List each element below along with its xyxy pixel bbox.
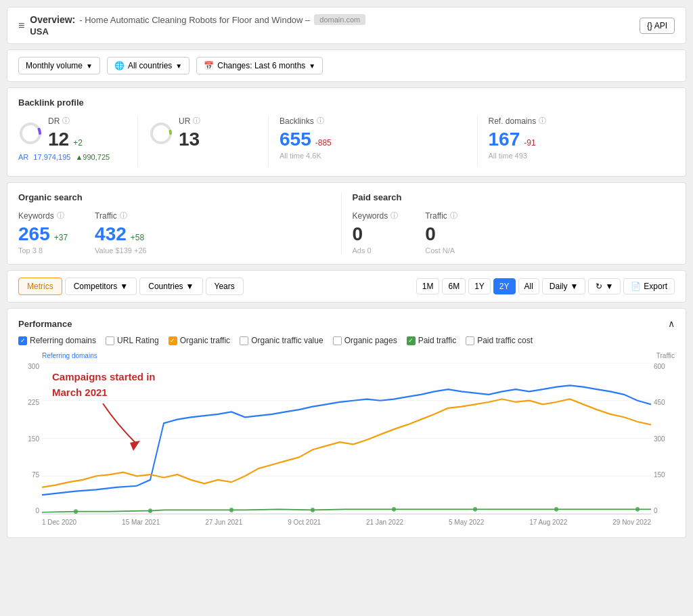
checkbox-paid-traffic-cost-cb <box>466 336 474 345</box>
paid-keywords-info-icon[interactable]: ⓘ <box>390 211 398 221</box>
all-countries-button[interactable]: 🌐 All countries ▼ <box>107 57 189 74</box>
performance-chart: Referring domains Traffic 300 225 150 75… <box>18 352 675 528</box>
divider <box>137 116 138 167</box>
chevron-down-icon: ▼ <box>175 62 182 70</box>
y-right-axis: 600 450 300 150 0 <box>651 363 675 514</box>
dr-card: DR ⓘ 12 +2 AR 17,974,195 ▲990,725 <box>18 116 127 167</box>
chevron-down-icon: ▼ <box>86 62 93 70</box>
checkbox-paid-traffic-cb: ✓ <box>407 336 416 345</box>
checkbox-url-rating-cb <box>106 336 114 345</box>
svg-point-9 <box>74 509 78 514</box>
svg-point-10 <box>148 508 152 513</box>
header: ≡ Overview: - Home Automatic Cleaning Ro… <box>7 7 686 44</box>
paid-traffic-metric: Traffic ⓘ 0 Cost N/A <box>425 211 457 255</box>
checkbox-organic-pages-cb <box>333 336 342 345</box>
checkbox-organic-traffic-value-cb <box>240 336 248 345</box>
header-keyword: - Home Automatic Cleaning Robots for Flo… <box>79 15 310 25</box>
paid-keywords-sub: Ads 0 <box>353 246 399 255</box>
export-button[interactable]: 📄 Export <box>623 278 675 294</box>
organic-keywords-info-icon[interactable]: ⓘ <box>57 211 64 221</box>
organic-keywords-metric: Keywords ⓘ 265 +37 Top 3 8 <box>18 211 68 255</box>
time-1y-button[interactable]: 1Y <box>468 278 491 294</box>
paid-traffic-info-icon[interactable]: ⓘ <box>450 211 457 221</box>
y-left-axis-label: Referring domains <box>42 352 97 359</box>
chevron-down-icon: ▼ <box>605 282 613 291</box>
dr-value: 12 <box>48 129 69 150</box>
globe-icon: 🌐 <box>114 61 125 70</box>
checkbox-organic-traffic[interactable]: ✓ Organic traffic <box>169 336 230 345</box>
refresh-icon: ↻ <box>596 282 602 291</box>
organic-traffic-sub: Value $139 +26 <box>95 246 147 255</box>
time-1m-button[interactable]: 1M <box>416 278 440 294</box>
organic-traffic-value: 432 <box>95 223 127 245</box>
checkbox-organic-pages[interactable]: Organic pages <box>333 336 397 345</box>
ur-info-icon[interactable]: ⓘ <box>193 116 200 126</box>
dr-change: +2 <box>73 138 83 148</box>
chevron-down-icon: ▼ <box>186 282 194 291</box>
paid-keywords-metric: Keywords ⓘ 0 Ads 0 <box>353 211 399 255</box>
performance-title: Performance <box>18 319 72 329</box>
divider <box>477 116 478 167</box>
svg-point-0 <box>21 124 40 143</box>
ref-domains-info-icon[interactable]: ⓘ <box>539 116 546 126</box>
paid-keywords-label: Keywords <box>353 211 388 221</box>
toolbar: Monthly volume ▼ 🌐 All countries ▼ 📅 Cha… <box>7 49 686 82</box>
export-icon: 📄 <box>631 282 641 291</box>
collapse-icon[interactable]: ∧ <box>668 318 675 329</box>
backlink-profile-title: Backlink profile <box>18 97 675 108</box>
checkbox-organic-traffic-value[interactable]: Organic traffic value <box>240 336 323 345</box>
svg-marker-17 <box>130 441 140 451</box>
paid-traffic-value: 0 <box>425 223 436 245</box>
time-controls: 1M 6M 1Y 2Y All Daily ▼ ↻ ▼ 📄 Export <box>416 278 675 294</box>
svg-point-14 <box>473 507 477 512</box>
paid-traffic-label: Traffic <box>425 211 447 221</box>
checkbox-paid-traffic[interactable]: ✓ Paid traffic <box>407 336 456 345</box>
backlinks-info-icon[interactable]: ⓘ <box>317 116 324 126</box>
y-right-axis-label: Traffic <box>634 352 675 359</box>
paid-search-col: Paid search Keywords ⓘ 0 Ads 0 <box>341 192 675 255</box>
ur-label: UR <box>179 116 190 126</box>
organic-traffic-metric: Traffic ⓘ 432 +58 Value $139 +26 <box>95 211 147 255</box>
refresh-button[interactable]: ↻ ▼ <box>588 278 621 294</box>
checkbox-referring-domains[interactable]: ✓ Referring domains <box>18 336 96 345</box>
api-button[interactable]: {} API <box>640 18 675 34</box>
ref-domains-label: Ref. domains <box>489 116 537 126</box>
dr-info-icon[interactable]: ⓘ <box>62 116 70 126</box>
tab-years[interactable]: Years <box>206 278 244 295</box>
monthly-volume-button[interactable]: Monthly volume ▼ <box>18 57 100 74</box>
chevron-down-icon: ▼ <box>571 282 579 291</box>
time-all-button[interactable]: All <box>518 278 539 294</box>
performance-section: Performance ∧ ✓ Referring domains URL Ra… <box>7 308 686 538</box>
svg-point-16 <box>635 507 640 512</box>
svg-point-15 <box>554 507 558 512</box>
hamburger-icon[interactable]: ≡ <box>18 20 24 32</box>
backlink-profile-section: Backlink profile DR ⓘ 12 <box>7 87 686 177</box>
tab-metrics[interactable]: Metrics <box>18 278 62 295</box>
organic-keywords-label: Keywords <box>18 211 54 221</box>
backlinks-sub: All time 4.6K <box>280 152 455 160</box>
organic-traffic-info-icon[interactable]: ⓘ <box>120 211 127 221</box>
checkbox-paid-traffic-cost[interactable]: Paid traffic cost <box>466 336 533 345</box>
paid-traffic-sub: Cost N/A <box>425 246 457 255</box>
backlinks-label: Backlinks <box>280 116 314 126</box>
organic-traffic-change: +58 <box>131 233 144 242</box>
chevron-down-icon: ▼ <box>309 62 315 70</box>
backlinks-card: Backlinks ⓘ 655 -885 All time 4.6K <box>280 116 466 167</box>
y-left-axis: 300 225 150 75 0 <box>18 363 42 514</box>
svg-point-13 <box>392 507 396 512</box>
time-6m-button[interactable]: 6M <box>442 278 466 294</box>
daily-dropdown-button[interactable]: Daily ▼ <box>542 278 586 294</box>
dr-donut-chart <box>18 121 43 146</box>
checkbox-organic-traffic-cb: ✓ <box>169 336 177 345</box>
performance-checkboxes: ✓ Referring domains URL Rating ✓ Organic… <box>18 336 675 345</box>
checkbox-url-rating[interactable]: URL Rating <box>106 336 159 345</box>
tab-competitors[interactable]: Competitors ▼ <box>65 278 137 295</box>
tab-countries[interactable]: Countries ▼ <box>139 278 202 295</box>
dr-ar-sub: AR 17,974,195 ▲990,725 <box>18 153 116 161</box>
ref-domains-change: -91 <box>524 138 535 148</box>
changes-button[interactable]: 📅 Changes: Last 6 months ▼ <box>196 57 323 74</box>
time-2y-button[interactable]: 2Y <box>493 278 516 294</box>
ur-value: 13 <box>179 129 200 150</box>
chevron-down-icon: ▼ <box>120 282 128 291</box>
campaign-annotation: Campaigns started in March 2021 <box>52 370 156 400</box>
